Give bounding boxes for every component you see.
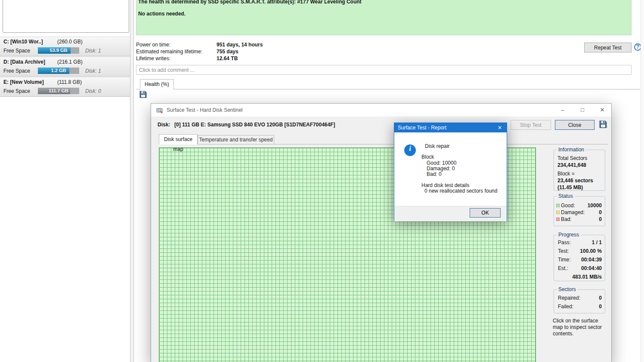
progress-row-label: Est.: bbox=[558, 265, 568, 271]
sectors-row-label: Repaired: bbox=[558, 295, 580, 301]
drive-size: (260.0 GB) bbox=[57, 39, 83, 45]
surface-map-note: Click on the surface map to inspect sect… bbox=[553, 318, 604, 337]
status-row-value: 0 bbox=[599, 209, 602, 215]
dialog-close-icon[interactable]: ✕ bbox=[493, 123, 507, 132]
save-report-icon[interactable] bbox=[599, 120, 608, 130]
dialog-bad-line: Bad: 0 bbox=[427, 172, 442, 177]
free-space-label: Free Space bbox=[3, 48, 30, 54]
health-description: The health is determined by SSD specific… bbox=[138, 0, 362, 5]
disk-number: Disk: 1 bbox=[85, 48, 101, 54]
stat-label: Estimated remaining lifetime: bbox=[136, 49, 202, 55]
sectors-row-label: Failed: bbox=[558, 304, 573, 310]
surface-test-window: Surface Test - Hard Disk Sentinel – □ ✕ … bbox=[151, 103, 612, 362]
stat-label: Lifetime writes: bbox=[136, 55, 170, 61]
status-panel: Status Good: 10000 Damaged: 0 Bad: 0 bbox=[554, 196, 605, 226]
ok-button[interactable]: OK bbox=[470, 208, 501, 218]
disk-label: Disk: bbox=[158, 122, 170, 128]
block-size: (11.45 MB) bbox=[557, 184, 583, 190]
repeat-test-button[interactable]: Repeat Test bbox=[584, 43, 632, 52]
sectors-title: Sectors bbox=[557, 286, 578, 292]
free-space-value: 111.7 GB bbox=[38, 88, 79, 94]
progress-speed: 483.01 MB/s bbox=[572, 274, 602, 280]
progress-row-label: Time: bbox=[558, 257, 571, 263]
progress-row-value: 00:04:40 bbox=[581, 265, 602, 271]
maximize-icon[interactable]: □ bbox=[573, 104, 592, 117]
disk-value: [0] 111 GB E: Samsung SSD 840 EVO 120GB … bbox=[174, 122, 335, 128]
drive-size: (111.8 GB) bbox=[57, 79, 82, 85]
status-row-good: Good: 10000 bbox=[554, 202, 605, 209]
disk-number: Disk: 0 bbox=[85, 88, 101, 94]
tab-disk-surface-map[interactable]: Disk surface map bbox=[159, 134, 198, 144]
status-good-swatch bbox=[556, 204, 560, 207]
drive-size: (216.1 GB) bbox=[57, 59, 83, 65]
free-space-value: 53.9 GB bbox=[38, 47, 79, 54]
drive-name: D: [Data Archive] bbox=[3, 59, 45, 65]
tab-strip-line bbox=[136, 89, 640, 89]
progress-row-est: Est.: 00:04:40 bbox=[554, 265, 605, 272]
stop-test-button[interactable]: Stop Test bbox=[511, 120, 551, 130]
stat-value: 951 days, 14 hours bbox=[217, 42, 263, 48]
close-icon[interactable]: ✕ bbox=[592, 104, 612, 117]
progress-title: Progress bbox=[557, 232, 581, 238]
progress-row-value: 00:04:39 bbox=[581, 257, 602, 263]
stat-power-on-time: Power on time: 951 days, 14 hours bbox=[136, 42, 523, 49]
sectors-panel: Sectors Repaired: 0 Failed: 0 bbox=[554, 289, 605, 313]
status-row-value: 0 bbox=[599, 216, 602, 222]
information-panel: Information Total Sectors 234,441,648 Bl… bbox=[554, 150, 605, 191]
drive-item-c[interactable]: C: [Win10 Wor..] (260.0 GB) Free Space 5… bbox=[0, 37, 130, 56]
sectors-row-value: 0 bbox=[599, 295, 602, 301]
free-space-label: Free Space bbox=[3, 88, 30, 94]
tab-health[interactable]: Health (%) bbox=[140, 79, 174, 89]
status-row-label: Good: bbox=[561, 202, 575, 209]
free-space-bar: 111.7 GB bbox=[38, 88, 79, 94]
window-titlebar[interactable]: Surface Test - Hard Disk Sentinel – □ ✕ bbox=[151, 104, 611, 117]
drive-item-e[interactable]: E: [New Volume] (111.8 GB) Free Space 11… bbox=[0, 77, 130, 97]
status-row-label: Bad: bbox=[561, 216, 572, 222]
progress-row-label: Pass: bbox=[558, 239, 571, 245]
disk-number: Disk: 1 bbox=[85, 68, 101, 74]
comment-input[interactable] bbox=[136, 65, 632, 75]
information-title: Information bbox=[557, 147, 586, 153]
progress-row-value: 1 / 1 bbox=[592, 239, 602, 245]
health-summary-box: The health is determined by SSD specific… bbox=[136, 0, 632, 35]
progress-panel: Progress Pass: 1 / 1 Test: 100.00 % Time… bbox=[554, 235, 605, 281]
stat-remaining-lifetime: Estimated remaining lifetime: 755 days bbox=[136, 49, 523, 55]
dialog-title: Surface Test - Report bbox=[398, 125, 446, 131]
dialog-heading: Disk repair bbox=[425, 144, 449, 149]
status-damaged-swatch bbox=[556, 211, 560, 214]
status-title: Status bbox=[557, 193, 575, 199]
block-value: 23,446 sectors bbox=[557, 178, 593, 184]
stat-label: Power on time: bbox=[136, 42, 170, 48]
total-sectors-value: 234,441,648 bbox=[557, 162, 586, 168]
block-label: Block = bbox=[557, 171, 575, 177]
sidebar-top-panel bbox=[3, 0, 129, 33]
close-test-button[interactable]: Close bbox=[555, 120, 594, 130]
free-space-bar: 1.2 GB bbox=[38, 67, 79, 74]
tab-temperature-speed[interactable]: Temperature and transfer speed bbox=[198, 135, 274, 144]
main-scrollbar[interactable] bbox=[641, 0, 644, 362]
total-sectors-label: Total Sectors bbox=[557, 155, 587, 161]
progress-row-test: Test: 100.00 % bbox=[554, 248, 605, 255]
status-row-value: 10000 bbox=[588, 202, 602, 209]
drive-name: E: [New Volume] bbox=[3, 79, 44, 85]
stat-value: 755 days bbox=[217, 49, 238, 55]
status-row-bad: Bad: 0 bbox=[554, 216, 605, 223]
progress-row-pass: Pass: 1 / 1 bbox=[554, 239, 605, 246]
status-bad-swatch bbox=[556, 218, 560, 221]
surface-test-window-icon bbox=[156, 107, 163, 114]
dialog-titlebar[interactable]: Surface Test - Report ✕ bbox=[394, 123, 507, 132]
drive-name: C: [Win10 Wor..] bbox=[3, 39, 43, 45]
progress-row-value: 100.00 % bbox=[580, 248, 602, 254]
surface-test-report-dialog: Surface Test - Report ✕ i Disk repair Bl… bbox=[394, 123, 507, 221]
free-space-bar: 53.9 GB bbox=[38, 47, 79, 54]
drive-item-d[interactable]: D: [Data Archive] (216.1 GB) Free Space … bbox=[0, 57, 130, 77]
stat-lifetime-writes: Lifetime writes: 12.64 TB bbox=[136, 55, 523, 62]
free-space-value: 1.2 GB bbox=[38, 67, 79, 74]
sidebar-splitter[interactable] bbox=[130, 0, 134, 362]
status-row-damaged: Damaged: 0 bbox=[554, 209, 605, 216]
dialog-details-line: 0 new reallocated sectors found bbox=[424, 188, 497, 194]
status-row-label: Damaged: bbox=[561, 209, 585, 215]
progress-row-time: Time: 00:04:39 bbox=[554, 257, 605, 263]
minimize-icon[interactable]: – bbox=[553, 104, 573, 117]
save-icon[interactable] bbox=[139, 91, 147, 98]
